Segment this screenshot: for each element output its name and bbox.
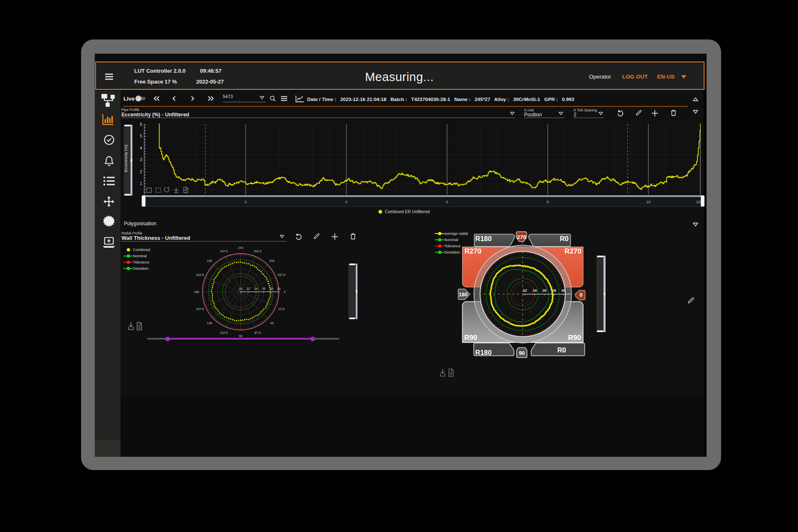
svg-text:202.5: 202.5 xyxy=(196,273,204,277)
svg-text:2: 2 xyxy=(244,200,246,204)
svg-text:8: 8 xyxy=(547,200,549,204)
svg-text:R270: R270 xyxy=(564,247,581,255)
svg-text:157.5: 157.5 xyxy=(196,307,204,311)
svg-text:180: 180 xyxy=(459,292,468,298)
svg-text:180: 180 xyxy=(194,290,200,294)
svg-text:247.5: 247.5 xyxy=(220,249,228,253)
svg-text:24: 24 xyxy=(254,287,258,291)
svg-text:135: 135 xyxy=(207,321,212,325)
svg-text:5: 5 xyxy=(140,134,142,138)
svg-text:90: 90 xyxy=(519,350,525,356)
svg-text:30: 30 xyxy=(561,288,565,293)
svg-text:22: 22 xyxy=(246,287,250,291)
svg-text:Combined ER Unfiltered: Combined ER Unfiltered xyxy=(385,209,430,214)
svg-text:3: 3 xyxy=(140,158,142,162)
svg-text:270: 270 xyxy=(238,246,244,250)
svg-text:4: 4 xyxy=(345,200,347,204)
svg-text:R0: R0 xyxy=(560,235,569,242)
svg-text:6: 6 xyxy=(446,200,448,204)
svg-text:28: 28 xyxy=(269,287,273,291)
svg-text:20: 20 xyxy=(239,287,242,291)
svg-text:112.5: 112.5 xyxy=(220,331,227,335)
svg-text:22: 22 xyxy=(523,288,527,293)
svg-text:R0: R0 xyxy=(557,346,566,354)
svg-text:28: 28 xyxy=(552,288,556,293)
svg-text:6: 6 xyxy=(140,122,142,127)
svg-text:4: 4 xyxy=(140,146,142,150)
svg-text:337.5: 337.5 xyxy=(278,273,286,277)
svg-text:90: 90 xyxy=(239,334,242,338)
svg-text:24: 24 xyxy=(532,288,537,293)
svg-text:2: 2 xyxy=(140,170,142,174)
svg-text:R90: R90 xyxy=(464,334,477,342)
svg-text:26: 26 xyxy=(262,287,265,291)
svg-text:0: 0 xyxy=(284,290,286,294)
svg-text:R180: R180 xyxy=(475,349,492,356)
svg-text:R180: R180 xyxy=(475,235,492,242)
svg-text:67.5: 67.5 xyxy=(254,331,261,335)
svg-text:315: 315 xyxy=(269,259,275,263)
svg-text:225: 225 xyxy=(207,259,212,263)
svg-text:R270: R270 xyxy=(465,247,482,255)
svg-text:26: 26 xyxy=(542,288,547,293)
svg-text:0: 0 xyxy=(580,292,583,298)
svg-text:45: 45 xyxy=(270,321,273,325)
svg-text:Eccentricity (%): Eccentricity (%) xyxy=(123,145,128,172)
svg-text:1: 1 xyxy=(140,181,142,186)
svg-text:292.5: 292.5 xyxy=(254,249,261,253)
svg-text:R90: R90 xyxy=(568,334,581,342)
svg-text:30: 30 xyxy=(277,287,281,291)
svg-text:22.5: 22.5 xyxy=(278,307,285,311)
svg-text:10: 10 xyxy=(646,200,651,204)
svg-text:270: 270 xyxy=(517,234,526,240)
